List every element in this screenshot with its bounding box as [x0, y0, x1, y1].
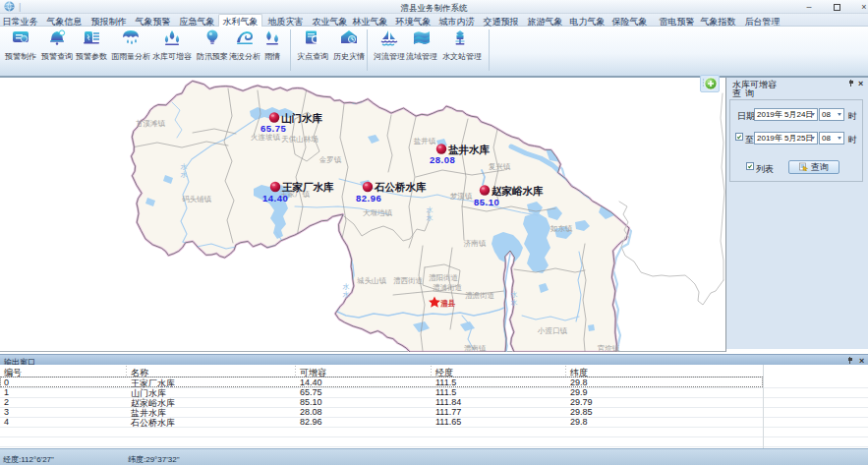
- svg-text:复兴镇: 复兴镇: [489, 162, 511, 171]
- svg-text:石公桥水库: 石公桥水库: [374, 181, 427, 193]
- svg-text:82.96: 82.96: [356, 193, 381, 203]
- svg-text:澧浦街道: 澧浦街道: [433, 283, 463, 292]
- svg-text:水: 水: [181, 163, 188, 170]
- svg-text:14.40: 14.40: [262, 193, 288, 203]
- svg-text:梦溪镇: 梦溪镇: [450, 192, 473, 201]
- svg-text:水: 水: [343, 283, 350, 290]
- svg-text:澧阳街道: 澧阳街道: [429, 273, 459, 282]
- svg-text:码头铺镇: 码头铺镇: [182, 195, 212, 203]
- svg-text:水: 水: [427, 206, 434, 213]
- svg-text:65.75: 65.75: [260, 123, 286, 134]
- svg-text:甘溪滩镇: 甘溪滩镇: [136, 119, 166, 128]
- svg-text:水: 水: [427, 214, 434, 221]
- svg-text:盐井镇: 盐井镇: [414, 137, 436, 145]
- svg-text:澧西街道: 澧西街道: [393, 276, 424, 285]
- svg-text:天供山林场: 天供山林场: [281, 135, 318, 144]
- svg-text:山门水库: 山门水库: [281, 112, 323, 124]
- svg-text:如东镇: 如东镇: [550, 224, 573, 233]
- svg-text:赵家峪水库: 赵家峪水库: [491, 185, 544, 197]
- svg-text:28.08: 28.08: [430, 154, 455, 165]
- svg-text:金罗镇: 金罗镇: [319, 155, 342, 164]
- svg-text:澧县: 澧县: [440, 299, 456, 308]
- svg-text:火连坡镇: 火连坡镇: [251, 133, 281, 142]
- svg-text:澧澹街道: 澧澹街道: [465, 291, 495, 300]
- svg-text:85.10: 85.10: [474, 197, 499, 207]
- svg-text:济南镇: 济南镇: [464, 239, 487, 248]
- svg-text:官垸镇: 官垸镇: [598, 344, 620, 352]
- svg-text:水: 水: [343, 291, 350, 298]
- svg-text:水: 水: [511, 291, 518, 298]
- svg-text:小渡口镇: 小渡口镇: [537, 326, 568, 335]
- svg-text:水: 水: [181, 171, 188, 178]
- svg-text:大堰垱镇: 大堰垱镇: [363, 208, 393, 217]
- svg-text:王家厂水库: 王家厂水库: [282, 181, 334, 193]
- svg-text:澧南镇: 澧南镇: [464, 344, 487, 352]
- svg-text:水: 水: [511, 299, 518, 306]
- svg-text:城头山镇: 城头山镇: [356, 276, 387, 285]
